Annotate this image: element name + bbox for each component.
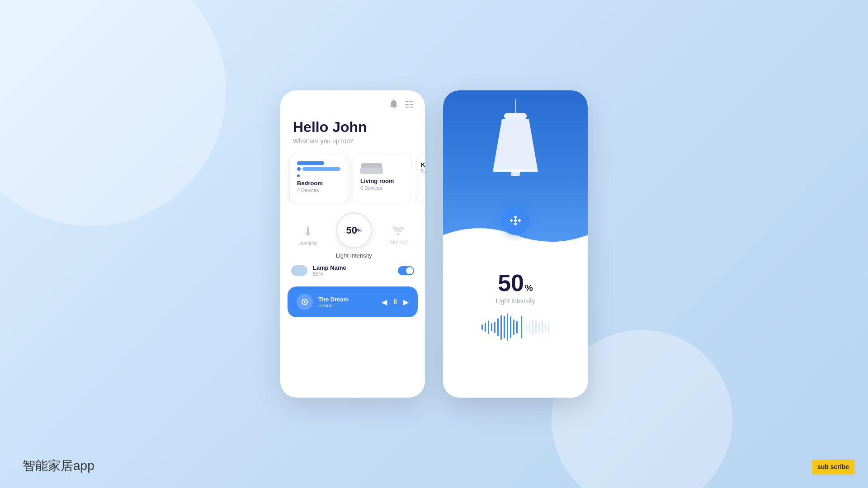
greeting-section: Hello John What are you up too? [280,114,425,154]
wave-bar [504,316,505,338]
watermark: 智能家居app [23,457,94,474]
intensity-display: 50 % [498,271,533,295]
lamp-detail-bottom: 50 % Light Intensity [443,249,588,398]
svg-rect-1 [410,101,413,102]
partial-devices: 9... [421,168,425,174]
living-room-name: Living room [360,178,404,184]
room-card-bedroom[interactable]: Bedroom 4 Devices [289,154,348,203]
living-room-devices: 6 Devices [360,185,404,191]
wave-bar [510,316,511,338]
lamp-cloud-icon [291,265,307,276]
wave-bar [535,321,537,333]
light-value: 50 [346,225,357,236]
music-title: The Dream [318,296,376,303]
light-circle: 50 % [336,212,372,249]
wave-bar [513,319,514,335]
music-album-art [297,294,313,310]
svg-marker-11 [493,119,538,172]
left-phone-header [280,90,425,114]
wave-bar [497,318,499,336]
greeting-title: Hello John [293,119,412,136]
wave-bar [507,314,508,341]
stats-row: Humidity 50 % Light Intensity [280,203,425,259]
greeting-subtitle: What are you up too? [293,137,412,145]
menu-dots-icon[interactable] [405,100,414,110]
bedroom-icon [297,161,340,171]
wave-bar [526,323,527,331]
light-intensity-label: Light Intensity [336,252,372,259]
wave-bar [538,322,540,332]
music-player[interactable]: The Dream Shaun ◀ ⏸ ▶ [288,286,418,317]
light-unit: % [357,228,362,233]
thermometer-icon [304,225,311,239]
prev-button[interactable]: ◀ [382,298,387,306]
wave-bar [548,322,549,333]
room-cards-list: Bedroom 4 Devices Living room 6 Devices … [280,154,425,203]
svg-rect-0 [405,101,409,102]
wave-bar [529,322,530,333]
phones-container: Hello John What are you up too? Bedroom [280,90,588,398]
light-intensity-stat: 50 % Light Intensity [336,212,372,259]
humidity-label: Humidity [298,240,318,246]
bedroom-devices: 4 Devices [297,188,340,193]
internet-label: Internet [390,239,407,244]
svg-point-9 [304,301,306,303]
wave-bar [481,324,483,330]
svg-rect-10 [504,113,527,119]
music-artist: Shaun [318,303,376,308]
svg-point-13 [514,219,517,222]
svg-point-7 [306,232,310,235]
intensity-label: Light Intensity [496,297,535,305]
active-dot [297,174,300,177]
svg-rect-3 [410,104,413,105]
lamp-illustration [479,99,552,176]
wave-bar [494,322,495,333]
lamp-detail-top [443,90,588,249]
internet-stat: Internet [390,227,407,244]
svg-rect-5 [410,107,413,108]
room-card-partial[interactable]: K 9... [416,154,425,203]
lamp-info: Lamp Name 50% [313,264,392,277]
intensity-unit: % [525,283,533,292]
music-info: The Dream Shaun [318,296,376,308]
lamp-shade-svg [479,113,552,172]
wave-bar [516,321,518,333]
wave-bar [488,320,489,334]
pause-button[interactable]: ⏸ [392,298,399,306]
lamp-toggle[interactable] [398,266,414,275]
right-phone: 50 % Light Intensity [443,90,588,398]
bg-decoration-1 [0,0,226,226]
wave-cursor [521,316,522,338]
left-phone: Hello John What are you up too? Bedroom [280,90,425,398]
wifi-icon [393,227,404,237]
light-control-button[interactable] [501,206,530,235]
bedroom-name: Bedroom [297,180,340,187]
living-room-icon [360,161,404,174]
lamp-item: Lamp Name 50% [280,259,425,282]
lamp-base [511,171,520,176]
svg-rect-2 [405,104,409,105]
lamp-toggle-dot [406,267,413,274]
lamp-name: Lamp Name [313,264,392,271]
wave-bar [485,323,486,332]
wave-bar [545,323,546,331]
lamp-percent: 50% [313,271,392,277]
svg-rect-4 [405,107,409,108]
lamp-cord [515,99,516,113]
wave-bar [500,315,502,340]
svg-rect-6 [307,226,309,233]
subscribe-badge: sub scribe [812,460,854,474]
next-button[interactable]: ▶ [403,298,409,306]
bell-icon[interactable] [390,99,398,111]
humidity-stat: Humidity [298,225,318,246]
waveform-display [481,314,549,341]
room-card-living[interactable]: Living room 6 Devices [353,154,411,203]
wave-bar [532,319,533,335]
wave-bar [491,323,492,331]
music-controls: ◀ ⏸ ▶ [382,298,409,306]
wave-bar [542,320,543,334]
intensity-number: 50 [498,271,524,295]
partial-room-name: K [421,161,425,168]
